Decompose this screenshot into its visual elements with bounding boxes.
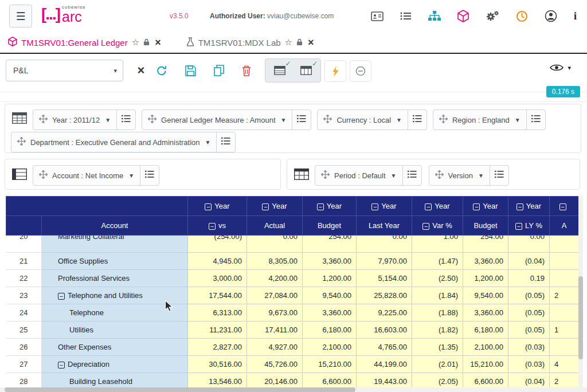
- column-header-cell[interactable]: Budget: [463, 216, 508, 236]
- value-cell[interactable]: 17,544.00: [188, 287, 247, 304]
- value-cell[interactable]: 4,927.00: [247, 339, 303, 356]
- subset-list-button[interactable]: [140, 166, 159, 185]
- column-view-button[interactable]: ✓: [294, 61, 319, 80]
- collapse-icon[interactable]: −: [425, 203, 432, 210]
- group-header-cell[interactable]: −Year: [188, 197, 247, 216]
- value-cell[interactable]: (0.03): [508, 339, 550, 356]
- value-cell[interactable]: (0.05): [508, 322, 550, 339]
- value-cell[interactable]: 15,210.00: [463, 356, 508, 373]
- value-cell[interactable]: (1.88): [412, 304, 463, 322]
- account-cell[interactable]: −Depreciation: [42, 356, 188, 373]
- value-cell[interactable]: (1.47): [412, 253, 463, 270]
- value-cell[interactable]: 27,084.00: [247, 287, 303, 304]
- row-number-cell[interactable]: 28: [6, 373, 42, 388]
- dimension-selector[interactable]: Currency : Local ▼: [318, 110, 408, 130]
- account-cell[interactable]: −Telephone and Utilities: [42, 287, 188, 304]
- account-cell[interactable]: Professional Services: [42, 270, 188, 287]
- value-cell[interactable]: 4,765.00: [357, 339, 412, 356]
- vertical-scrollbar-thumb[interactable]: [578, 276, 583, 359]
- row-number-cell[interactable]: 26: [6, 339, 42, 356]
- value-cell[interactable]: 13,546.00: [188, 373, 247, 388]
- value-cell[interactable]: 4,200.00: [247, 270, 303, 287]
- column-header-cell[interactable]: Budget: [303, 216, 357, 236]
- subset-list-button[interactable]: [408, 110, 426, 130]
- dimension-selector[interactable]: General Ledger Measure : Amount ▼: [142, 110, 292, 130]
- value-cell[interactable]: (2.01): [412, 356, 463, 373]
- value-cell[interactable]: 17,411.00: [247, 322, 303, 339]
- display-options-dropdown[interactable]: ▾: [550, 64, 571, 72]
- value-cell[interactable]: 44,199.00: [357, 356, 412, 373]
- value-cell[interactable]: 2,100.00: [303, 339, 357, 356]
- value-cell[interactable]: [550, 339, 579, 356]
- sitemap-icon[interactable]: [428, 11, 441, 21]
- value-cell[interactable]: 6,180.00: [303, 322, 357, 339]
- vertical-scrollbar[interactable]: [578, 196, 583, 387]
- collapse-icon[interactable]: −: [58, 293, 65, 300]
- gears-icon[interactable]: [486, 10, 499, 22]
- workspace-tab[interactable]: TM1SRV01:MDX Lab ☆ ×: [186, 37, 314, 48]
- row-number-cell[interactable]: 25: [6, 322, 42, 339]
- subset-list-button[interactable]: [216, 132, 235, 152]
- group-header-cell[interactable]: −: [550, 197, 579, 216]
- value-cell[interactable]: (1.35): [412, 339, 463, 356]
- collapse-icon[interactable]: −: [317, 203, 324, 210]
- account-cell[interactable]: Other Expenses: [42, 339, 188, 356]
- value-cell[interactable]: (0.05): [508, 304, 550, 322]
- value-cell[interactable]: 5,154.00: [357, 270, 412, 287]
- value-cell[interactable]: 9,540.00: [463, 287, 508, 304]
- value-cell[interactable]: 0.00: [508, 236, 550, 253]
- value-cell[interactable]: 4: [550, 356, 579, 373]
- lock-icon[interactable]: [143, 38, 150, 48]
- account-cell[interactable]: Utilities: [42, 322, 188, 339]
- horizontal-scrollbar-thumb[interactable]: [5, 387, 355, 392]
- value-cell[interactable]: 0.19: [508, 270, 550, 287]
- value-cell[interactable]: 19,443.00: [357, 373, 412, 388]
- value-cell[interactable]: 6,313.00: [188, 304, 247, 322]
- collapse-icon[interactable]: −: [515, 223, 522, 230]
- value-cell[interactable]: 3,360.00: [303, 253, 357, 270]
- row-number-cell[interactable]: 27: [6, 356, 42, 373]
- value-cell[interactable]: 3,360.00: [463, 304, 508, 322]
- collapse-icon[interactable]: −: [205, 203, 212, 210]
- value-cell[interactable]: (0.03): [508, 356, 550, 373]
- value-cell[interactable]: 6,600.00: [463, 373, 508, 388]
- group-header-cell[interactable]: −Year: [303, 197, 357, 216]
- value-cell[interactable]: 7,970.00: [357, 253, 412, 270]
- info-icon[interactable]: i: [574, 10, 577, 22]
- value-cell[interactable]: 2,827.00: [188, 339, 247, 356]
- row-number-cell[interactable]: 24: [6, 304, 42, 322]
- collapse-icon[interactable]: −: [422, 223, 429, 230]
- subset-list-button[interactable]: [526, 110, 545, 130]
- cube-icon[interactable]: [457, 10, 469, 22]
- subset-list-button[interactable]: [490, 166, 508, 185]
- value-cell[interactable]: 4,945.00: [188, 253, 247, 270]
- value-cell[interactable]: 6,180.00: [463, 322, 508, 339]
- value-cell[interactable]: 9,673.00: [247, 304, 303, 322]
- collapse-icon[interactable]: −: [473, 203, 480, 210]
- value-cell[interactable]: 20,146.00: [247, 373, 303, 388]
- account-cell[interactable]: Telephone: [42, 304, 188, 322]
- column-header-cell[interactable]: Actual: [247, 216, 303, 236]
- value-cell[interactable]: 2,100.00: [463, 339, 508, 356]
- dimension-selector[interactable]: Department : Executive General and Admin…: [11, 132, 216, 152]
- value-cell[interactable]: 3,360.00: [463, 253, 508, 270]
- value-cell[interactable]: [550, 270, 579, 287]
- contact-card-icon[interactable]: [371, 11, 383, 21]
- value-cell[interactable]: 3,360.00: [303, 304, 357, 322]
- row-number-cell[interactable]: 23: [6, 287, 42, 304]
- account-cell[interactable]: Office Supplies: [42, 253, 188, 270]
- clear-view-button[interactable]: ×: [131, 60, 151, 81]
- value-cell[interactable]: 45,726.00: [247, 356, 303, 373]
- account-cell[interactable]: Marketing Collateral: [42, 236, 188, 253]
- value-cell[interactable]: 16,603.00: [357, 322, 412, 339]
- hamburger-menu-button[interactable]: ☰: [9, 5, 32, 28]
- group-header-cell[interactable]: −Year: [412, 197, 463, 216]
- execute-button[interactable]: [324, 60, 346, 82]
- account-cell[interactable]: Building Leasehold: [42, 373, 188, 388]
- delete-button[interactable]: [236, 60, 257, 81]
- column-header-cell[interactable]: Last Year: [357, 216, 412, 236]
- copy-button[interactable]: [209, 60, 229, 81]
- value-cell[interactable]: 254.00: [463, 236, 508, 253]
- value-cell[interactable]: 25,828.00: [357, 287, 412, 304]
- row-number-cell[interactable]: 20: [6, 236, 42, 253]
